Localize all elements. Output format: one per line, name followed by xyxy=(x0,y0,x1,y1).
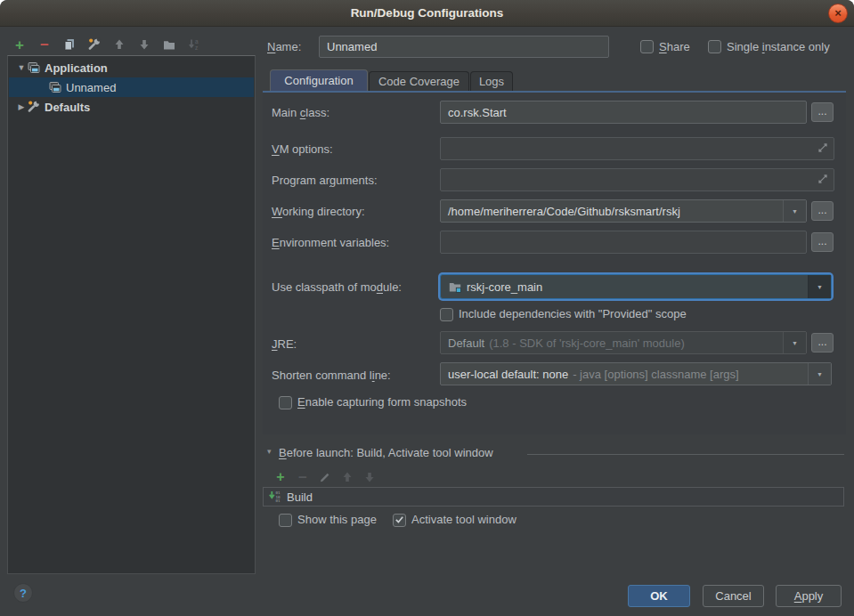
shorten-command-line-value: user-local default: none xyxy=(448,368,568,381)
copy-icon xyxy=(62,37,77,52)
chevron-right-icon: ▶ xyxy=(16,102,27,111)
add-icon: + xyxy=(15,37,24,53)
working-directory-label: Working directory: xyxy=(272,205,365,218)
close-button[interactable]: × xyxy=(828,4,848,23)
vm-options-input[interactable] xyxy=(440,137,834,160)
move-task-up-button[interactable] xyxy=(339,467,355,487)
expand-field-icon[interactable] xyxy=(817,142,829,157)
activate-tool-window-label: Activate tool window xyxy=(411,513,516,526)
titlebar[interactable]: Run/Debug Configurations xyxy=(0,0,854,27)
application-icon xyxy=(27,61,41,75)
jre-value: Default xyxy=(448,336,484,350)
share-checkbox[interactable] xyxy=(640,40,654,53)
wrench-icon xyxy=(27,100,41,114)
environment-variables-browse-button[interactable]: ... xyxy=(811,232,834,252)
arrow-up-icon xyxy=(112,37,126,52)
edit-task-button[interactable] xyxy=(317,467,333,487)
working-directory-combo[interactable]: /home/meriherrera/Code/Github/rsksmart/r… xyxy=(440,199,807,223)
tree-item-label: Application xyxy=(45,61,108,75)
task-label: Build xyxy=(287,490,313,504)
remove-configuration-button[interactable]: − xyxy=(34,35,55,54)
apply-button[interactable]: Apply xyxy=(776,585,842,607)
tab-configuration[interactable]: Configuration xyxy=(270,69,368,91)
share-label: Share xyxy=(659,40,690,53)
chevron-down-icon: ▼ xyxy=(792,340,798,346)
wrench-icon xyxy=(87,37,102,52)
help-button[interactable]: ? xyxy=(13,583,33,603)
move-down-button[interactable] xyxy=(134,35,155,54)
task-toolbar: + − xyxy=(272,467,378,487)
expand-field-icon[interactable] xyxy=(817,173,829,188)
collapse-icon[interactable]: ▾ xyxy=(267,447,272,456)
tab-logs[interactable]: Logs xyxy=(470,71,513,91)
sort-configurations-button[interactable]: az xyxy=(183,35,205,54)
jre-browse-button[interactable]: ... xyxy=(811,333,834,353)
cancel-button[interactable]: Cancel xyxy=(703,585,764,607)
configurations-tree: ▼ Application Unnamed ▶ Defaults xyxy=(7,55,256,574)
single-instance-checkbox[interactable] xyxy=(708,40,721,53)
move-task-down-button[interactable] xyxy=(362,467,378,487)
shorten-command-line-combo[interactable]: user-local default: none - java [options… xyxy=(440,362,832,385)
include-provided-checkbox[interactable] xyxy=(440,308,453,321)
tree-item-defaults[interactable]: ▶ Defaults xyxy=(9,97,254,117)
main-class-browse-button[interactable]: ... xyxy=(811,102,834,122)
capture-snapshots-label: Enable capturing form snapshots xyxy=(297,395,467,409)
chevron-down-icon: ▼ xyxy=(792,208,798,215)
environment-variables-label: Environment variables: xyxy=(272,236,389,249)
application-icon xyxy=(48,80,62,94)
program-arguments-label: Program arguments: xyxy=(272,174,378,187)
capture-snapshots-checkbox[interactable] xyxy=(279,396,292,409)
ok-button[interactable]: OK xyxy=(628,585,690,607)
window-title: Run/Debug Configurations xyxy=(0,0,854,27)
combo-arrow-button[interactable]: ▼ xyxy=(783,332,806,353)
pencil-icon xyxy=(318,470,332,484)
classpath-module-label: Use classpath of module: xyxy=(272,280,402,294)
module-icon xyxy=(448,280,462,294)
working-directory-browse-button[interactable]: ... xyxy=(811,201,834,221)
move-up-button[interactable] xyxy=(109,35,130,54)
copy-configuration-button[interactable] xyxy=(59,35,80,54)
include-provided-label: Include dependencies with "Provided" sco… xyxy=(459,307,687,320)
vm-options-label: VM options: xyxy=(272,142,333,156)
jre-label: JRE: xyxy=(272,337,297,351)
activate-tool-window-checkbox[interactable] xyxy=(393,514,406,527)
main-class-input[interactable] xyxy=(440,101,807,124)
remove-task-button[interactable]: − xyxy=(295,467,311,487)
tab-code-coverage[interactable]: Code Coverage xyxy=(369,71,469,91)
jre-combo[interactable]: Default (1.8 - SDK of 'rskj-core_main' m… xyxy=(440,331,807,354)
svg-text:z: z xyxy=(195,45,198,51)
name-input[interactable] xyxy=(319,36,609,58)
tree-item-application[interactable]: ▼ Application xyxy=(9,58,254,77)
combo-arrow-button[interactable]: ▼ xyxy=(808,363,831,385)
new-folder-button[interactable] xyxy=(159,35,180,54)
chevron-down-icon: ▼ xyxy=(16,63,27,72)
combo-arrow-button[interactable]: ▼ xyxy=(808,275,831,298)
chevron-down-icon: ▼ xyxy=(817,371,823,377)
tree-item-unnamed[interactable]: Unnamed xyxy=(9,77,254,97)
before-launch-title: Before launch: Build, Activate tool wind… xyxy=(279,446,493,459)
combo-arrow-button[interactable]: ▼ xyxy=(783,200,806,222)
program-arguments-input[interactable] xyxy=(440,168,834,191)
config-tree-toolbar: + − az xyxy=(9,35,205,54)
run-debug-configurations-dialog: Run/Debug Configurations × + − az ▼ Appl… xyxy=(0,0,854,616)
task-row-build[interactable]: 011001 Build xyxy=(268,490,313,504)
tree-item-label: Unnamed xyxy=(66,81,116,94)
ellipsis-icon: ... xyxy=(817,105,826,118)
show-this-page-checkbox[interactable] xyxy=(279,514,292,527)
ellipsis-icon: ... xyxy=(817,235,826,247)
add-task-button[interactable]: + xyxy=(272,467,289,487)
close-icon: × xyxy=(834,6,842,20)
classpath-module-combo[interactable]: rskj-core_main ▼ xyxy=(440,274,832,299)
arrow-up-icon xyxy=(340,470,354,484)
jre-value-detail: (1.8 - SDK of 'rskj-core_main' module) xyxy=(489,336,685,350)
folder-icon xyxy=(162,37,176,52)
tree-item-label: Defaults xyxy=(45,101,90,114)
add-configuration-button[interactable]: + xyxy=(9,35,30,54)
svg-text:01: 01 xyxy=(276,498,281,503)
build-icon: 011001 xyxy=(268,490,282,504)
before-launch-separator xyxy=(527,454,844,455)
svg-text:a: a xyxy=(195,38,199,45)
environment-variables-input[interactable] xyxy=(440,231,807,254)
shorten-command-line-label: Shorten command line: xyxy=(272,369,391,382)
edit-defaults-button[interactable] xyxy=(84,35,105,54)
